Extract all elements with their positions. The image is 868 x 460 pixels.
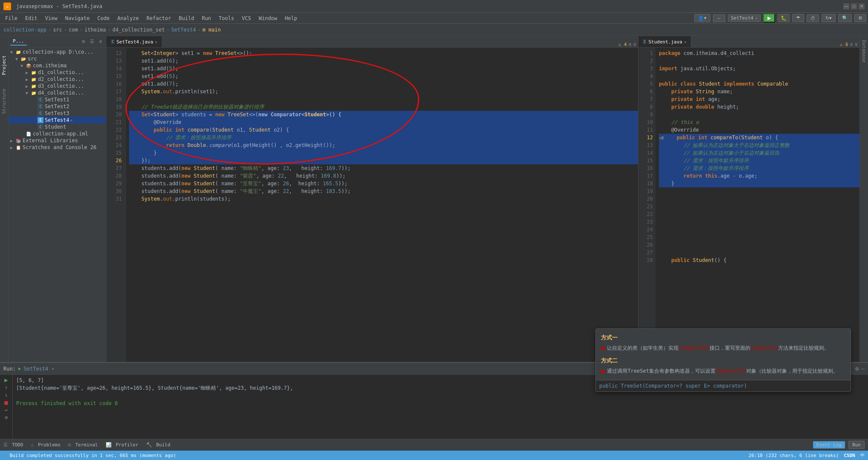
tab-close-settest4[interactable]: ✕	[155, 40, 158, 44]
menu-bar: File Edit View Navigate Code Analyze Ref…	[0, 13, 868, 24]
main-editor: C SetTest4.java ✕ ⚠ 4 ∧ ∨ 12 13 14	[106, 36, 638, 362]
close-button[interactable]: ✕	[859, 3, 865, 9]
tree-item-d1[interactable]: ▶ 📁 d1_collectio...	[9, 69, 106, 76]
menu-analyze[interactable]: Analyze	[114, 14, 142, 22]
coverage-button[interactable]: ☂	[792, 14, 804, 22]
minimize-icon-bottom[interactable]: —	[861, 365, 865, 372]
tab-build[interactable]: Build	[154, 441, 173, 448]
r-line-1: package com.itheima.d4_collecti	[659, 49, 859, 57]
menu-view[interactable]: View	[42, 14, 61, 22]
right-code-content[interactable]: package com.itheima.d4_collecti import j…	[655, 48, 859, 362]
breadcrumb-d4[interactable]: d4_collection_set	[112, 27, 165, 33]
refresh-button[interactable]: ↻▾	[822, 14, 836, 22]
tab-terminal[interactable]: Terminal	[73, 441, 101, 448]
menu-edit[interactable]: Edit	[22, 14, 41, 22]
menu-tools[interactable]: Tools	[216, 14, 238, 22]
tree-item-d2[interactable]: ▶ 📁 d2_collectio...	[9, 76, 106, 83]
run-btn-bottom[interactable]: Run	[848, 441, 865, 449]
tree-label: d3_collectio...	[38, 83, 84, 89]
tree-item-d3[interactable]: ▶ 📁 d3_collectio...	[9, 83, 106, 89]
code-content[interactable]: Set<Integer> set1 = new TreeSet<>(); set…	[126, 48, 638, 362]
menu-refactor[interactable]: Refactor	[143, 14, 175, 22]
tree-item-d4[interactable]: ▼ 📁 d4_collectio...	[9, 89, 106, 96]
title-bar-left: ☕ javasepromax - SetTest4.java	[3, 3, 102, 10]
r-line-6: private String name;	[659, 88, 859, 95]
back-button[interactable]: ←	[713, 14, 725, 22]
tree-arrow: ▶	[26, 84, 31, 89]
run-tab-close[interactable]: ✕	[52, 366, 54, 371]
expand-warnings[interactable]: ∧	[629, 41, 632, 47]
menu-vcs[interactable]: VCS	[239, 14, 255, 22]
event-log-btn[interactable]: Event Log	[813, 441, 845, 448]
profile-button[interactable]: 👤▾	[694, 14, 710, 22]
panel-btn-collapse[interactable]: ☰	[88, 38, 96, 46]
maximize-button[interactable]: □	[851, 3, 857, 9]
expand-right[interactable]: ∧	[850, 41, 853, 47]
tab-settest4[interactable]: C SetTest4.java ✕	[106, 36, 162, 47]
search-button[interactable]: 🔍	[838, 14, 852, 22]
tree-item-scratches[interactable]: ▶ 📋 Scratches and Console 26	[9, 144, 106, 151]
run-button[interactable]: ▶	[763, 14, 775, 23]
run-config-dropdown[interactable]: ▾	[755, 16, 758, 20]
position-info[interactable]: 26:10 (232 chars, 6 line breaks)	[749, 453, 839, 458]
tab-todo[interactable]: TODO	[9, 441, 26, 448]
tree-item-settest1[interactable]: ▶ C SetTest1	[9, 96, 106, 103]
wrap-icon[interactable]: ↩	[5, 407, 8, 413]
code-line-18	[129, 95, 638, 103]
run-again-icon[interactable]: ▶	[4, 377, 8, 383]
menu-help[interactable]: Help	[282, 14, 301, 22]
settings-icon-bottom[interactable]: ⚙	[855, 365, 859, 372]
r-line-7: private int age;	[659, 95, 859, 103]
stop-icon[interactable]: ■	[4, 399, 8, 406]
tree-item-settest2[interactable]: ▶ C SetTest2	[9, 103, 106, 110]
tree-item-com[interactable]: ▼ 📦 com.itheima	[9, 62, 106, 69]
tree-item-iml[interactable]: ▶ 📄 collection-app.iml	[9, 130, 106, 137]
menu-file[interactable]: File	[2, 14, 21, 22]
tree-item-student[interactable]: ▶ C Student	[9, 124, 106, 130]
structure-tab-vert[interactable]: Structure	[0, 86, 8, 117]
debug-button[interactable]: 🐛	[778, 14, 790, 22]
menu-navigate[interactable]: Navigate	[62, 14, 93, 22]
tab-profiler[interactable]: Profiler	[113, 441, 141, 448]
panel-btn-settings[interactable]: ⚙	[97, 38, 104, 46]
more-icon[interactable]: ≡	[5, 414, 8, 420]
breadcrumb-itheima[interactable]: itheima	[84, 27, 106, 33]
breadcrumb-app[interactable]: collection-app	[3, 27, 46, 33]
breadcrumb-class[interactable]: SetTest4	[171, 27, 196, 33]
tab-problems[interactable]: Problems	[35, 441, 63, 448]
menu-window[interactable]: Window	[255, 14, 280, 22]
breadcrumb-src[interactable]: src	[53, 27, 62, 33]
run-name[interactable]: SetTest4	[24, 366, 49, 372]
menu-code[interactable]: Code	[94, 14, 113, 22]
collapse-right[interactable]: ∨	[855, 41, 858, 47]
code-line-27: students.add(new Student( name: "蜘蛛精", a…	[129, 164, 638, 172]
profile-run-button[interactable]: ⏱	[807, 14, 819, 22]
scroll-down-icon[interactable]: ↓	[5, 392, 8, 398]
r-line-16: // 需求：按照年龄升序排序、	[659, 164, 859, 172]
breadcrumb-method[interactable]: m main	[202, 27, 221, 33]
java-icon: C	[37, 104, 43, 109]
minimize-button[interactable]: —	[843, 3, 849, 9]
right-panel-content: 1 2 3 4 5 6 7 8 9 10 11 12 13 14	[638, 48, 859, 362]
tree-item-root[interactable]: ▼ 📁 collection-app D:\co...	[9, 49, 106, 55]
popup-section-2: 方式二 ● 通过调用TreeSet集合有参数构造器，可以设置Comparator…	[601, 357, 845, 375]
r-line-27	[659, 249, 859, 256]
tree-item-settest3[interactable]: ▶ C SetTest3	[9, 110, 106, 117]
panel-tab-project[interactable]: P...	[10, 37, 27, 46]
tree-item-settest4[interactable]: ▶ C SetTest4 ⚠	[9, 117, 106, 124]
settings-button[interactable]: ⚙	[854, 14, 866, 22]
collapse-warnings[interactable]: ∨	[633, 41, 636, 47]
tree-arrow: ▶	[26, 70, 31, 75]
tree-item-src[interactable]: ▼ 📂 src	[9, 55, 106, 62]
panel-btn-expand[interactable]: ⊞	[80, 38, 87, 46]
scroll-up-icon[interactable]: ↑	[5, 385, 8, 391]
tab-student[interactable]: C Student.java ✕	[638, 36, 691, 47]
tab-close-student[interactable]: ✕	[684, 40, 687, 44]
project-tab-vert[interactable]: Project	[0, 53, 8, 78]
database-tab[interactable]: Database	[860, 37, 868, 65]
r-line-23	[659, 218, 859, 226]
menu-run[interactable]: Run	[198, 14, 215, 22]
breadcrumb-com[interactable]: com	[69, 27, 78, 33]
tree-item-extlibs[interactable]: ▶ 📚 External Libraries	[9, 137, 106, 144]
menu-build[interactable]: Build	[175, 14, 198, 22]
